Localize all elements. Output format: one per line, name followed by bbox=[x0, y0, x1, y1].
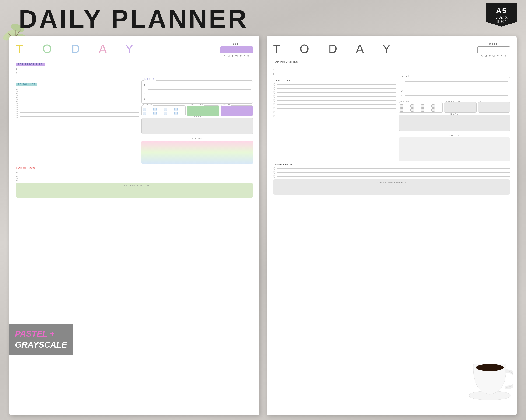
gray-notes-box[interactable] bbox=[399, 137, 510, 161]
pastel-priority-2: 2 bbox=[16, 72, 253, 74]
gray-tomorrow-3 bbox=[273, 175, 510, 178]
pastel-exercise-label: EXCERCISE bbox=[188, 104, 204, 106]
gray-todo-2 bbox=[273, 87, 396, 90]
gray-checkbox-7[interactable] bbox=[273, 107, 275, 110]
pastel-todo-label: TO DO LIST bbox=[16, 83, 37, 86]
gray-water-circles bbox=[400, 104, 441, 111]
pastel-date-label: DATE bbox=[232, 43, 242, 46]
gray-priority-line-3 bbox=[277, 74, 510, 74]
gray-checkbox-5[interactable] bbox=[273, 99, 275, 101]
gray-tomorrow-checkbox-2[interactable] bbox=[273, 171, 275, 174]
water-circle-5[interactable] bbox=[143, 111, 146, 115]
gray-todo-3 bbox=[273, 91, 396, 94]
checkbox-2[interactable] bbox=[16, 91, 18, 94]
gray-water-circle-7[interactable] bbox=[421, 108, 424, 111]
svg-point-8 bbox=[476, 364, 504, 371]
gray-checkbox-2[interactable] bbox=[273, 87, 275, 90]
pastel-days-row: S M T W T F S bbox=[224, 55, 250, 58]
priority-line-3 bbox=[20, 77, 253, 78]
gray-todo-label: TO DO LIST bbox=[273, 79, 396, 82]
pastel-date-section: DATE S M T W T F S bbox=[220, 43, 253, 58]
water-circle-1[interactable] bbox=[143, 108, 146, 111]
checkbox-4[interactable] bbox=[16, 100, 18, 102]
gray-priority-1: 1 bbox=[273, 64, 510, 67]
tomorrow-checkbox-3[interactable] bbox=[16, 179, 18, 181]
gray-water-circle-6[interactable] bbox=[411, 108, 414, 111]
gray-grateful-label: TODAY I'M GRATEFUL FOR... bbox=[275, 181, 508, 184]
pastel-tracker-row: WATER EXCERCISE bbox=[142, 105, 253, 116]
gray-meal-s: S bbox=[401, 94, 508, 97]
gray-tomorrow-label: TOMORROW bbox=[273, 163, 510, 166]
tomorrow-checkbox-1[interactable] bbox=[16, 170, 18, 173]
water-circle-4[interactable] bbox=[174, 108, 178, 111]
gray-checkbox-8[interactable] bbox=[273, 111, 275, 113]
pastel-todo-1 bbox=[16, 88, 139, 90]
pastel-priority-3: 3 bbox=[16, 76, 253, 78]
gray-checkbox-1[interactable] bbox=[273, 83, 275, 86]
style-badge: PASTEL + GRAYSCALE bbox=[9, 324, 72, 355]
title-letter-o: O bbox=[42, 42, 56, 56]
gray-checkbox-4[interactable] bbox=[273, 95, 275, 98]
water-circle-7[interactable] bbox=[164, 111, 167, 115]
gray-water-circle-2[interactable] bbox=[411, 104, 414, 108]
gray-meal-l-letter: L bbox=[401, 85, 404, 88]
tomorrow-3 bbox=[16, 179, 253, 181]
gray-checkbox-6[interactable] bbox=[273, 103, 275, 105]
water-circle-3[interactable] bbox=[164, 108, 167, 111]
gray-tomorrow-1 bbox=[273, 167, 510, 170]
planners-container: T O D A Y DATE S M T W T F S TOP PRIORIT… bbox=[9, 36, 517, 415]
style-line2: GRAYSCALE bbox=[15, 340, 67, 350]
checkbox-1[interactable] bbox=[16, 88, 18, 90]
gray-o: O bbox=[300, 42, 313, 56]
gray-d: D bbox=[328, 42, 341, 56]
a5-dimensions: 5.82" X 8.26" bbox=[491, 15, 512, 24]
gray-water-circle-3[interactable] bbox=[421, 104, 424, 108]
checkbox-5[interactable] bbox=[16, 103, 18, 106]
checkbox-3[interactable] bbox=[16, 95, 18, 98]
gray-priority-line-2 bbox=[277, 70, 510, 70]
gray-meal-d-letter: D bbox=[401, 89, 404, 92]
gray-exercise-box: EXCERCISE bbox=[444, 102, 476, 113]
gray-date-box[interactable] bbox=[477, 46, 510, 53]
gray-a: A bbox=[356, 42, 368, 56]
gray-todo-8 bbox=[273, 111, 396, 113]
tomorrow-checkbox-2[interactable] bbox=[16, 175, 18, 177]
gray-tomorrow-checkbox-3[interactable] bbox=[273, 175, 275, 178]
checkbox-7[interactable] bbox=[16, 111, 18, 114]
gray-tomorrow-2 bbox=[273, 171, 510, 174]
pastel-meals-box: MEALS B L D S bbox=[142, 80, 253, 104]
gray-water-circle-4[interactable] bbox=[432, 104, 435, 108]
pastel-todo-4 bbox=[16, 100, 139, 102]
water-circle-2[interactable] bbox=[153, 108, 157, 111]
gray-meals-label: MEALS bbox=[401, 75, 413, 78]
gray-tomorrow-checkbox-1[interactable] bbox=[273, 167, 275, 170]
checkbox-8[interactable] bbox=[16, 115, 18, 118]
priority-num-1: 1 bbox=[16, 68, 18, 70]
pastel-date-box[interactable] bbox=[220, 46, 253, 53]
pastel-todo-3 bbox=[16, 95, 139, 98]
gray-priority-line-1 bbox=[277, 66, 510, 66]
gray-ideas-label: IDEAS bbox=[449, 113, 459, 115]
gray-y: Y bbox=[382, 42, 394, 56]
gray-date-section: DATE S M T W T F S bbox=[477, 43, 510, 58]
water-circle-6[interactable] bbox=[153, 111, 157, 115]
gray-water-circle-1[interactable] bbox=[400, 104, 403, 108]
gray-water-circle-5[interactable] bbox=[400, 108, 403, 111]
water-circle-8[interactable] bbox=[174, 111, 178, 115]
pastel-meals-label: MEALS bbox=[143, 78, 156, 81]
gray-water-circle-8[interactable] bbox=[432, 108, 435, 111]
pastel-water-box: WATER bbox=[142, 105, 185, 116]
pastel-notes-section: NOTES bbox=[142, 137, 253, 164]
tomorrow-2 bbox=[16, 175, 253, 177]
pastel-todo-6 bbox=[16, 107, 139, 110]
meal-b: B bbox=[143, 83, 251, 86]
gray-checkbox-3[interactable] bbox=[273, 91, 275, 94]
title-letter-y: Y bbox=[125, 42, 137, 56]
pastel-notes-box[interactable] bbox=[142, 141, 253, 164]
checkbox-6[interactable] bbox=[16, 107, 18, 110]
gray-notes-section: NOTES bbox=[399, 134, 510, 161]
gray-checkbox-9[interactable] bbox=[273, 115, 275, 117]
gray-left-col: TO DO LIST bbox=[273, 77, 396, 161]
gray-priority-2: 2 bbox=[273, 69, 510, 71]
gray-tracker-row: WATER EXCERCISE bbox=[399, 102, 510, 113]
